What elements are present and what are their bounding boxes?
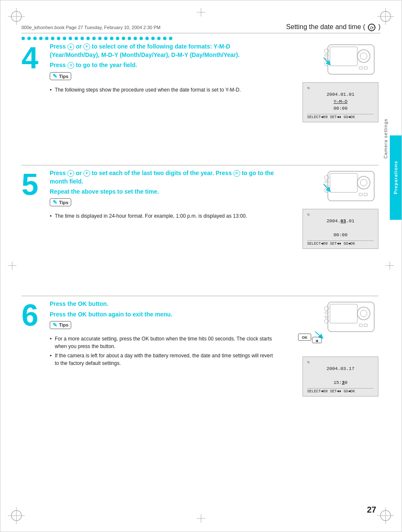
svg-rect-31 <box>328 171 374 201</box>
svg-point-22 <box>357 50 370 62</box>
svg-rect-42 <box>328 302 374 332</box>
step6-camera-svg: OK ▣ <box>290 300 378 355</box>
dot <box>104 37 107 40</box>
step4-screen: ↻ 2004.01.01 Y—M—D 00:00 SELECT◄00 SET◄♦… <box>303 82 378 122</box>
svg-rect-21 <box>330 47 357 66</box>
up-arrow-icon: ▲ <box>67 43 74 50</box>
step4-camera-svg <box>290 43 378 81</box>
step5-camera-svg <box>290 169 378 207</box>
step6-section: 6 Press the OK button. Press the OK butt… <box>21 300 378 397</box>
step6-content: Press the OK button. Press the OK button… <box>50 300 276 397</box>
dot <box>145 37 149 40</box>
svg-rect-36 <box>364 193 367 196</box>
svg-rect-20 <box>328 45 374 74</box>
step4-camera-area: ↻ 2004.01.01 Y—M—D 00:00 SELECT◄00 SET◄♦… <box>281 43 378 122</box>
dot <box>80 37 84 40</box>
dot <box>57 37 60 40</box>
step4-screen-time: 00:00 <box>307 105 374 112</box>
step6-screen-time: 15:30 <box>307 379 374 386</box>
step4-tips-box: ✎ Tips <box>50 72 71 80</box>
dot <box>122 37 125 40</box>
page-outer: 000e_kihonhen.book Page 27 Tuesday, Febr… <box>0 0 402 532</box>
step6-screen-bar: SELECT◄00 SET◄♦ GO◄OK <box>307 388 374 394</box>
camera-settings-label: Camera settings <box>383 119 388 159</box>
reg-mark-bl <box>8 507 25 524</box>
dot <box>39 37 43 40</box>
dot <box>69 37 72 40</box>
dot <box>21 37 25 40</box>
step6-number: 6 <box>21 300 45 330</box>
step4-screen-icon-row: ↻ <box>307 85 374 90</box>
step5-screen: ↻ 2004.03.01 00:00 SELECT◄00 SET◄♦ GO◄OK <box>303 209 378 249</box>
reg-mark-tm <box>197 8 205 18</box>
step5-section: 5 Press ▲ or ▼ to set each of the last t… <box>21 169 378 249</box>
step5-content: Press ▲ or ▼ to set each of the last two… <box>50 169 276 249</box>
step6-tips-wrap: ✎ Tips <box>50 321 276 332</box>
reg-mark-rm <box>386 261 394 271</box>
svg-rect-47 <box>364 324 367 327</box>
tips-icon-step4: ✎ <box>53 73 57 79</box>
page-title: Setting the date and time ( ⟳ ) <box>286 23 381 31</box>
step6-sub-text: Press the OK button again to exit the me… <box>50 311 276 318</box>
step5-camera-area: ↻ 2004.03.01 00:00 SELECT◄00 SET◄♦ GO◄OK <box>281 169 378 249</box>
step6-bullet1: For a more accurate setting, press the O… <box>50 335 276 350</box>
dot <box>139 37 143 40</box>
dot <box>98 37 102 40</box>
step5-bullet1: The time is displayed in 24-hour format.… <box>50 212 276 220</box>
step6-screen: ↻ 2004.03.17 15:30 SELECT◄00 SET◄♦ GO◄OK <box>303 356 378 397</box>
svg-rect-25 <box>364 67 367 69</box>
ok-icon-step5: ⊙ <box>233 170 240 177</box>
step4-number: 4 <box>21 43 45 73</box>
dot <box>169 37 172 40</box>
dot <box>110 37 113 40</box>
dot <box>63 37 66 40</box>
step4-content: Press ▲ or ▼ to select one of the follow… <box>50 43 276 122</box>
title-icon: ⟳ <box>368 24 375 31</box>
tips-icon-step6: ✎ <box>53 322 57 328</box>
svg-point-23 <box>360 53 367 59</box>
step6-number-wrap: 6 <box>21 300 45 397</box>
step4-sub-text: Press ⊙ to go to the year field. <box>50 62 276 69</box>
dot <box>92 37 96 40</box>
dot <box>116 37 119 40</box>
step5-screen-icon-row: ↻ <box>307 212 374 217</box>
step4-number-wrap: 4 <box>21 43 45 122</box>
step4-screen-date: 2004.01.01 <box>307 91 374 98</box>
step5-sub-text: Repeat the above steps to set the time. <box>50 188 276 195</box>
dot <box>27 37 31 40</box>
svg-point-33 <box>357 176 370 189</box>
step5-screen-time: 00:00 <box>307 232 374 239</box>
dots-separator <box>21 37 381 40</box>
step6-screen-icon-row: ↻ <box>307 359 374 365</box>
svg-rect-32 <box>330 173 357 192</box>
svg-point-45 <box>360 310 367 317</box>
dot <box>86 37 90 40</box>
tab-label: Preparations <box>393 161 398 194</box>
step4-section: 4 Press ▲ or ▼ to select one of the foll… <box>21 43 378 122</box>
step4-screen-bar: SELECT◄00 SET◄♦ GO◄OK <box>307 114 374 119</box>
step6-screen-blank <box>307 373 374 380</box>
svg-text:OK: OK <box>302 335 308 340</box>
svg-point-44 <box>357 307 370 320</box>
svg-line-48 <box>315 332 322 337</box>
up-arrow-icon-5: ▲ <box>67 170 74 177</box>
header-file-info: 000e_kihonhen.book Page 27 Tuesday, Febr… <box>21 25 286 30</box>
step5-tips-wrap: ✎ Tips <box>50 198 276 209</box>
reg-mark-br <box>377 507 394 524</box>
down-arrow-icon-5: ▼ <box>83 170 90 177</box>
ok-icon-step4: ⊙ <box>67 62 74 69</box>
step6-tips-box: ✎ Tips <box>50 321 71 329</box>
dot <box>163 37 166 40</box>
dot <box>51 37 54 40</box>
step5-screen-bar: SELECT◄00 SET◄♦ GO◄OK <box>307 240 374 246</box>
dot <box>75 37 78 40</box>
step5-screen-blank <box>307 225 374 232</box>
reg-mark-bm <box>197 514 205 524</box>
divider-4-5 <box>21 165 378 165</box>
dot <box>134 37 137 40</box>
step4-screen-format: Y—M—D <box>307 98 374 105</box>
dot <box>45 37 48 40</box>
svg-text:▣: ▣ <box>316 339 319 342</box>
page-number: 27 <box>367 505 376 515</box>
step5-number-wrap: 5 <box>21 169 45 249</box>
